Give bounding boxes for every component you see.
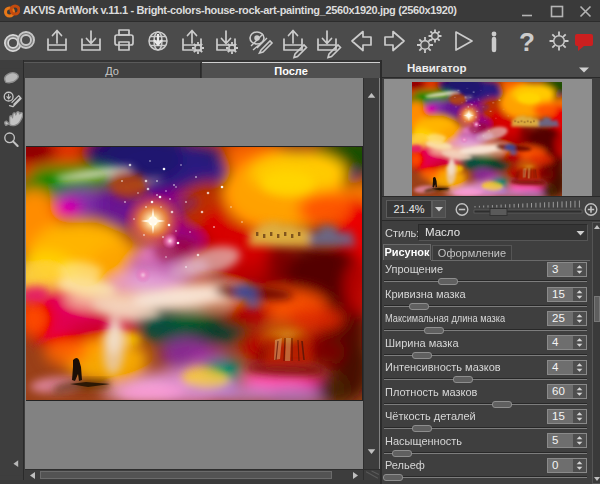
svg-text:?: ? bbox=[519, 27, 535, 57]
